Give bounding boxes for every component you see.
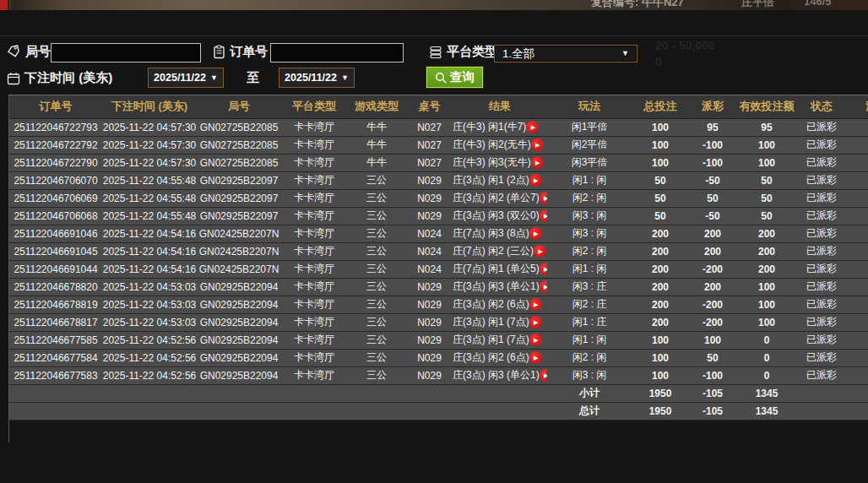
order-no-cell: 251122046678817 [9, 313, 102, 331]
game-no-label-group: 局号 [7, 44, 51, 60]
order-no-cell: 251122046691045 [9, 242, 102, 260]
table-no-cell: N024 [406, 260, 453, 278]
subtotal-spacer [9, 384, 547, 402]
subtotal-label: 小计 [547, 384, 632, 402]
play-icon[interactable]: ▶ [531, 138, 544, 151]
game-no-label: 局号 [25, 44, 51, 60]
platform-type-select[interactable]: 1.全部 ▼ [494, 45, 637, 62]
play-icon[interactable]: ▶ [540, 369, 547, 382]
play-icon[interactable]: ▶ [540, 209, 547, 222]
game-cell [846, 349, 868, 366]
round-no-cell: GN02925B22097 [197, 207, 281, 225]
play-icon[interactable]: ▶ [529, 227, 542, 240]
total-bet-cell: 100 [632, 154, 689, 171]
game-cell [846, 136, 868, 154]
total-payout: -105 [689, 402, 736, 420]
play-icon[interactable]: ▶ [540, 263, 547, 275]
bet-time-cell: 2025-11-22 04:54:16 [102, 260, 197, 278]
game-cell [846, 313, 868, 331]
play-icon[interactable]: ▶ [531, 156, 544, 169]
date-from-button[interactable]: 2025/11/22 ▼ [148, 68, 224, 88]
total-bet-cell: 100 [632, 118, 689, 136]
col-total-bet: 总投注 [632, 95, 689, 118]
play-type-cell: 闲1 : 闲 [547, 331, 632, 349]
table-row: 2511220467060702025-11-22 04:55:48GN0292… [9, 171, 868, 189]
play-type-cell: 闲3 : 庄 [547, 278, 632, 296]
header-divider [0, 35, 868, 36]
payout-cell: 50 [689, 189, 736, 207]
round-no-cell: GN02425B2207N [197, 225, 281, 242]
play-icon[interactable]: ▶ [526, 121, 539, 133]
payout-cell: 50 [689, 349, 736, 366]
valid-bet-cell: 100 [736, 296, 797, 313]
play-type-cell: 闲3 : 闲 [547, 207, 632, 225]
round-no-cell: GN02925B22097 [197, 171, 281, 189]
table-body: 2511220467227932025-11-22 04:57:30GN0272… [9, 118, 868, 384]
play-icon[interactable]: ▶ [534, 245, 546, 258]
result-cell: 庄(牛3) 闲1(牛7)▶ [453, 118, 547, 136]
status-cell: 已派彩 [797, 118, 846, 136]
bet-time-cell: 2025-11-22 04:52:56 [102, 331, 197, 349]
valid-bet-cell: 100 [736, 313, 797, 331]
order-no-input[interactable] [270, 43, 404, 62]
play-icon[interactable]: ▶ [529, 298, 542, 311]
table-row: 2511220467060692025-11-22 04:55:48GN0292… [9, 189, 868, 207]
play-icon[interactable]: ▶ [529, 174, 542, 187]
play-icon[interactable]: ▶ [540, 280, 547, 293]
total-bet-cell: 200 [632, 225, 689, 242]
platform-type-label: 平台类型 [447, 44, 497, 60]
play-icon[interactable]: ▶ [529, 334, 542, 346]
valid-bet-cell: 200 [736, 242, 797, 260]
total-label: 总计 [547, 402, 632, 420]
total-valid-bet: 1345 [736, 402, 797, 420]
table-header-row: 订单号 下注时间 (美东) 局号 平台类型 游戏类型 桌号 结果 玩法 总投注 … [9, 95, 868, 118]
bet-time-cell: 2025-11-22 04:53:03 [102, 313, 197, 331]
total-row: 总计 1950 -105 1345 [9, 402, 868, 420]
payout-cell: -100 [689, 154, 736, 171]
payout-cell: -100 [689, 136, 736, 154]
total-bet-cell: 50 [632, 207, 689, 225]
table-row: 2511220467060682025-11-22 04:55:48GN0292… [9, 207, 868, 225]
status-cell: 已派彩 [797, 225, 846, 242]
table-row: 2511220466775852025-11-22 04:52:56GN0292… [9, 331, 868, 349]
total-bet-cell: 50 [632, 171, 689, 189]
result-text: 庄(3点) 闲3 (双公0) [453, 209, 540, 223]
bet-time-label-group: 下注时间 (美东) [7, 70, 112, 86]
game-no-input[interactable] [51, 43, 201, 62]
col-valid-bet: 有效投注额 [736, 95, 797, 118]
col-platform: 平台类型 [281, 95, 347, 118]
game-cell [846, 207, 868, 225]
play-icon[interactable]: ▶ [529, 351, 542, 364]
chevron-down-icon: ▼ [621, 50, 629, 57]
status-cell: 已派彩 [797, 171, 846, 189]
game-cell [846, 331, 868, 349]
game-type-cell: 三公 [347, 189, 406, 207]
play-type-cell: 闲1 : 庄 [547, 313, 632, 331]
subtotal-total-bet: 1950 [632, 384, 689, 402]
game-cell [846, 260, 868, 278]
status-cell: 已派彩 [797, 154, 846, 171]
valid-bet-cell: 0 [736, 349, 797, 366]
query-button[interactable]: 查询 [426, 67, 483, 88]
game-cell [846, 171, 868, 189]
platform-cell: 卡卡湾厅 [281, 366, 347, 384]
total-bet-cell: 50 [632, 189, 689, 207]
status-cell: 已派彩 [797, 331, 846, 349]
table-row: 2511220466910442025-11-22 04:54:16GN0242… [9, 260, 868, 278]
background-game-strip: 复合编号: 牛牛N27 庄平倍 146/5 [0, 0, 868, 10]
table-no-cell: N029 [406, 331, 453, 349]
order-no-cell: 251122046677584 [9, 349, 102, 366]
play-type-cell: 闲1平倍 [547, 118, 632, 136]
result-text: 庄(7点) 闲3 (8点) [453, 226, 529, 241]
valid-bet-cell: 100 [736, 278, 797, 296]
search-icon [435, 72, 447, 84]
play-icon[interactable]: ▶ [540, 192, 547, 204]
play-icon[interactable]: ▶ [529, 316, 542, 328]
date-to-button[interactable]: 2025/11/22 ▼ [279, 68, 355, 88]
game-type-cell: 三公 [347, 366, 406, 384]
subtotal-valid-bet: 1345 [736, 384, 797, 402]
order-no-label-group: 订单号 [213, 44, 268, 60]
date-from-value: 2025/11/22 [154, 72, 206, 84]
valid-bet-cell: 50 [736, 171, 797, 189]
result-text: 庄(3点) 闲2 (单公7) [453, 191, 540, 205]
